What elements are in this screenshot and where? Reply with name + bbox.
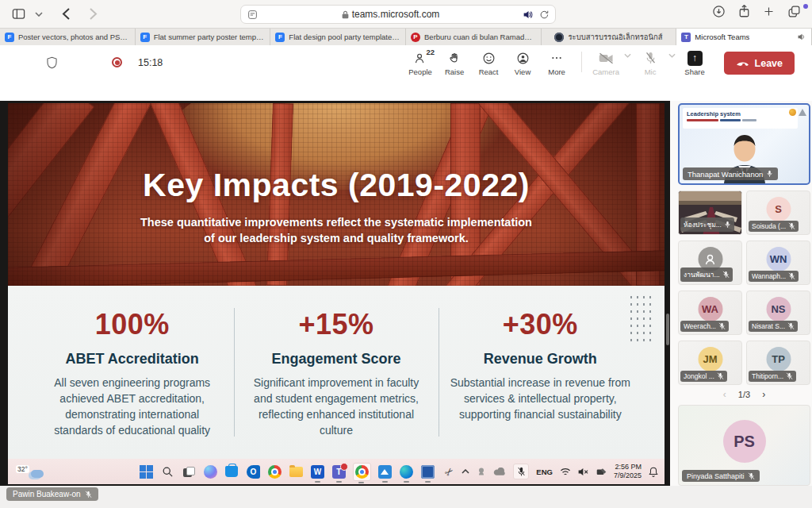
participant-tile-weerach[interactable]: WA Weerach... xyxy=(678,291,742,335)
downloads-icon[interactable] xyxy=(712,5,726,18)
chevron-down-icon[interactable] xyxy=(29,4,49,25)
participant-label: Pinyada Satthapiti xyxy=(682,470,760,482)
page-format-icon[interactable] xyxy=(247,10,258,20)
slide-hero-photo: Key Impacts (2019-2022) These quantitati… xyxy=(8,103,665,286)
raise-hand-button[interactable]: Raise xyxy=(439,48,471,76)
people-count-badge: 22 xyxy=(427,48,435,56)
stat-value: 100% xyxy=(41,308,223,341)
photos-icon[interactable] xyxy=(377,464,393,479)
pinterest-favicon: P xyxy=(411,33,420,42)
pagination-counter: 1/3 xyxy=(738,390,750,399)
more-button[interactable]: More xyxy=(541,48,573,76)
pagination-prev-icon[interactable]: ‹ xyxy=(723,389,726,400)
active-browser-icon[interactable] xyxy=(353,463,371,481)
stat-engagement: +15% Engagement Score Significant improv… xyxy=(234,308,438,459)
participant-tile-jongkol[interactable]: JM Jongkol ... xyxy=(678,341,742,385)
participant-tile-ngan-phatthana[interactable]: งานพัฒนา... xyxy=(678,241,742,285)
slide-stats-section: 100% ABET Accreditation All seven engine… xyxy=(8,286,665,459)
react-button[interactable]: React xyxy=(473,48,505,76)
participant-tile-pinyada[interactable]: PS Pinyada Satthapiti xyxy=(678,405,810,486)
mic-muted-icon xyxy=(787,322,795,330)
share-icon[interactable] xyxy=(738,4,750,18)
virtual-bg-logo2-icon xyxy=(799,109,806,116)
participants-sidebar: Leadership system Thanapat Wanichanon xyxy=(670,101,812,486)
hidden-tray-icon[interactable] xyxy=(477,467,486,476)
slide-subtitle: These quantitative improvements reflect … xyxy=(140,215,532,246)
tab-pinterest[interactable]: P Berburu cuan di bulan Ramadhan xyxy=(406,29,542,45)
tray-chevron-up-icon[interactable] xyxy=(462,469,469,474)
new-tab-icon[interactable] xyxy=(763,6,775,17)
snipping-tool-icon[interactable]: ✂ xyxy=(442,464,457,479)
stat-revenue: +30% Revenue Growth Substantial increase… xyxy=(439,308,642,459)
tab-pool-party[interactable]: F Flat design pool party template | P... xyxy=(270,29,406,45)
tab-edoc-system[interactable]: ระบบสารบรรณอิเล็กทรอนิกส์ xyxy=(542,29,677,45)
participant-tile-wannaph[interactable]: WN Wannaph... xyxy=(746,241,810,285)
freepik-favicon: F xyxy=(5,33,14,42)
avatar: NS xyxy=(766,297,791,321)
chrome-icon[interactable] xyxy=(267,464,282,479)
pen-input-icon[interactable] xyxy=(596,468,607,476)
toolbar-divider xyxy=(581,52,582,72)
mic-muted-icon xyxy=(788,222,795,230)
share-screen-button[interactable]: ↑ Share xyxy=(679,48,711,76)
participant-tile-thitiporn[interactable]: TP Thitiporn... xyxy=(746,341,810,385)
teams-app-icon[interactable]: T xyxy=(331,464,347,479)
back-button[interactable] xyxy=(56,4,76,25)
camera-button[interactable]: Camera xyxy=(590,48,622,76)
stat-description: All seven engineering programs achieved … xyxy=(41,375,223,439)
tray-mic-muted-icon[interactable] xyxy=(513,464,529,479)
mic-muted-icon xyxy=(718,322,726,330)
participant-tile-soisuda[interactable]: S Soisuda (... xyxy=(746,190,810,235)
language-indicator[interactable]: ENG xyxy=(536,468,553,476)
tab-poster-vectors[interactable]: F Poster vectors, photos and PSD fil... xyxy=(0,29,136,45)
search-icon[interactable] xyxy=(160,464,175,479)
participant-label: Wannaph... xyxy=(749,271,799,282)
pagination-next-icon[interactable]: › xyxy=(762,389,765,400)
onedrive-cloud-icon[interactable] xyxy=(493,468,506,476)
sidebar-toggle-icon[interactable] xyxy=(8,4,29,25)
mic-off-icon xyxy=(645,52,657,65)
tab-overview-icon[interactable] xyxy=(787,5,801,18)
outlook-icon[interactable]: O xyxy=(246,464,261,479)
participant-tile-nisarat[interactable]: NS Nisarat S... xyxy=(746,291,810,335)
view-button[interactable]: View xyxy=(507,48,539,76)
task-view-icon[interactable] xyxy=(182,464,197,479)
participants-pagination: ‹ 1/3 › xyxy=(678,387,810,402)
cloud-icon xyxy=(31,470,44,478)
edge-icon[interactable] xyxy=(399,464,414,479)
participant-tile-meeting-room[interactable]: ห้องประชุม... xyxy=(678,190,742,235)
wifi-icon[interactable] xyxy=(560,468,571,476)
notification-bell-icon[interactable] xyxy=(649,467,658,477)
volume-muted-icon[interactable] xyxy=(578,468,589,476)
file-explorer-icon[interactable] xyxy=(289,464,304,479)
url-bar[interactable]: teams.microsoft.com xyxy=(240,5,556,24)
freepik-favicon: F xyxy=(275,33,285,42)
microsoft-store-icon[interactable] xyxy=(224,464,239,479)
camera-options-chevron[interactable] xyxy=(624,53,631,58)
word-icon[interactable]: W xyxy=(310,464,325,479)
reload-icon[interactable] xyxy=(539,10,549,20)
virtual-background-slide: Leadership system xyxy=(683,108,798,129)
mic-options-chevron[interactable] xyxy=(668,53,676,58)
weather-widget[interactable]: 32° xyxy=(16,465,44,478)
start-button-icon[interactable] xyxy=(139,464,154,479)
dev-app-icon[interactable] xyxy=(420,464,435,479)
tab-audio-icon[interactable] xyxy=(523,10,534,19)
url-text: teams.microsoft.com xyxy=(258,9,523,20)
bottom-strip: Pawin Buakeaw-on xyxy=(0,486,812,508)
copilot-icon[interactable] xyxy=(203,464,218,479)
tab-microsoft-teams[interactable]: T Microsoft Teams xyxy=(676,29,812,45)
mic-button[interactable]: Mic xyxy=(634,48,667,76)
participant-label: งานพัฒนา... xyxy=(680,267,733,282)
forward-button[interactable] xyxy=(82,4,103,25)
stage-scrollbar-thumb[interactable] xyxy=(666,314,669,345)
mic-muted-icon xyxy=(786,372,793,380)
active-speaker-tile[interactable]: Leadership system Thanapat Wanichanon xyxy=(678,103,810,185)
speaker-name-label: Thanapat Wanichanon xyxy=(683,167,778,180)
stat-heading: Revenue Growth xyxy=(450,351,631,368)
taskbar-clock[interactable]: 2:56 PM 7/9/2025 xyxy=(614,463,642,481)
people-button[interactable]: 22 People xyxy=(404,48,437,76)
leave-button[interactable]: Leave xyxy=(724,52,795,75)
tab-summer-party[interactable]: F Flat summer party poster template... xyxy=(136,29,271,45)
mic-muted-icon xyxy=(788,272,795,280)
